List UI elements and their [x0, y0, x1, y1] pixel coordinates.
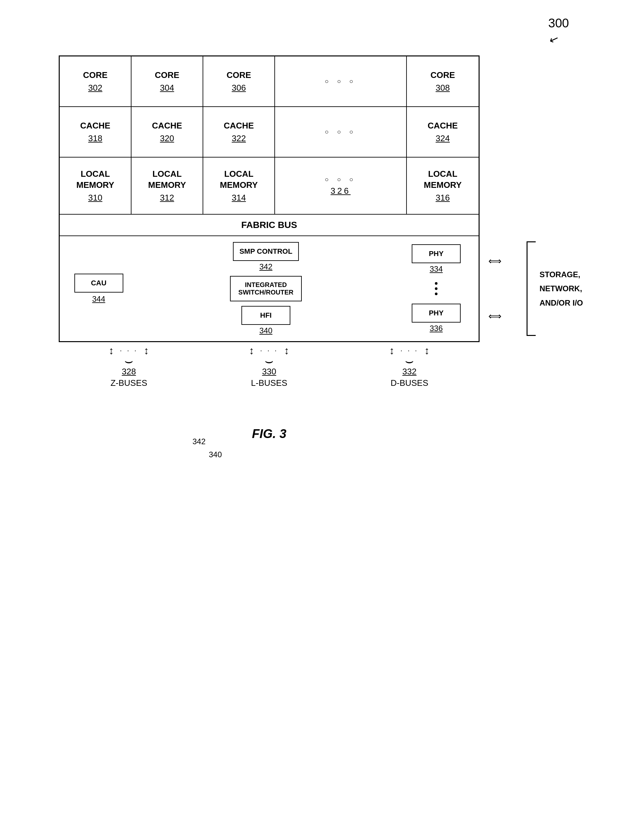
- figure-caption: FIG. 3: [59, 427, 480, 441]
- core-302-label: CORE: [83, 70, 107, 81]
- core-304-ref: 304: [160, 83, 174, 93]
- l-bus-ref: 330: [262, 366, 276, 377]
- core-302-ref: 302: [88, 83, 102, 93]
- core-304-label: CORE: [155, 70, 179, 81]
- cores-row: CORE 302 CORE 304 CORE 306 ○ ○ ○ CORE 30…: [60, 56, 479, 107]
- core-308-ref: 308: [436, 83, 450, 93]
- page: 300 ↙ CORE 302 CORE 304 CORE 306 ○: [0, 0, 644, 832]
- core-308-label: CORE: [430, 70, 455, 81]
- d-bus-arrow1: ↕: [389, 346, 394, 356]
- localmem-314-label: LOCALMEMORY: [220, 169, 258, 191]
- localmem-316-ref: 316: [436, 193, 450, 203]
- d-bus-ref: 332: [402, 366, 416, 377]
- cache-324-cell: CACHE 324: [407, 107, 479, 157]
- localmem-dots: ○ ○ ○: [325, 176, 356, 183]
- core-304-cell: CORE 304: [131, 56, 203, 106]
- storage-text: STORAGE,NETWORK,AND/OR I/O: [540, 267, 583, 310]
- cache-324-ref: 324: [436, 133, 450, 144]
- localmem-310-cell: LOCALMEMORY 310: [60, 158, 131, 214]
- storage-bracket-left: [527, 242, 536, 336]
- z-bus-brace: ⌣: [109, 356, 149, 365]
- z-bus-ref: 328: [122, 366, 136, 377]
- core-306-label: CORE: [226, 70, 251, 81]
- integrated-switch-box: INTEGRATEDSWITCH/ROUTER: [230, 276, 302, 301]
- localmem-326-ref: 326: [330, 186, 350, 196]
- smp-ref-outside: 342: [192, 437, 205, 446]
- cache-320-cell: CACHE 320: [131, 107, 203, 157]
- localmem-310-label: LOCALMEMORY: [76, 169, 114, 191]
- cache-320-ref: 320: [160, 133, 174, 144]
- mid-controls-col: SMP CONTROL 342 INTEGRATEDSWITCH/ROUTER …: [138, 236, 394, 341]
- localmem-316-label: LOCALMEMORY: [424, 169, 461, 191]
- d-bus-brace: ⌣: [390, 356, 429, 365]
- l-bus-group: ↕ · · · ↕ ⌣ 330 L-BUSES: [249, 346, 289, 388]
- z-bus-arrow2: ↕: [144, 346, 149, 356]
- caches-dots: ○ ○ ○: [325, 128, 356, 136]
- phy-bottom-box: PHY: [412, 304, 461, 323]
- localmem-314-ref: 314: [232, 193, 246, 203]
- fabric-bus-label: FABRIC BUS: [241, 220, 297, 230]
- cache-324-label: CACHE: [428, 120, 458, 131]
- phy-dots-vertical: [435, 282, 437, 295]
- phy-top-arrow: ⟺: [489, 256, 501, 266]
- bus-area: ↕ · · · ↕ ⌣ 328 Z-BUSES ↕ · · · ↕ ⌣ 330 …: [59, 342, 480, 417]
- integrated-switch-label: INTEGRATEDSWITCH/ROUTER: [239, 281, 294, 296]
- cache-322-cell: CACHE 322: [203, 107, 275, 157]
- localmem-ellipsis: ○ ○ ○ 326: [275, 158, 407, 214]
- l-bus-label: L-BUSES: [251, 378, 287, 388]
- cau-ref: 344: [92, 294, 105, 304]
- l-bus-brace: ⌣: [250, 356, 289, 365]
- storage-bracket-container: STORAGE,NETWORK,AND/OR I/O: [527, 236, 583, 341]
- phy-bottom-ref: 336: [430, 324, 443, 333]
- diagram-wrapper: CORE 302 CORE 304 CORE 306 ○ ○ ○ CORE 30…: [42, 56, 597, 441]
- caches-row: CACHE 318 CACHE 320 CACHE 322 ○ ○ ○ CACH…: [60, 107, 479, 158]
- localmem-312-label: LOCALMEMORY: [148, 169, 186, 191]
- hfi-ref: 340: [260, 326, 272, 335]
- cache-318-ref: 318: [88, 133, 102, 144]
- cache-322-label: CACHE: [224, 120, 254, 131]
- core-308-cell: CORE 308: [407, 56, 479, 106]
- control-row: CAU 344 SMP CONTROL 342 INTEGRATEDSWITCH…: [60, 236, 479, 341]
- main-chip-box: CORE 302 CORE 304 CORE 306 ○ ○ ○ CORE 30…: [59, 56, 480, 342]
- localmem-316-cell: LOCALMEMORY 316: [407, 158, 479, 214]
- phy-top-ref: 334: [430, 264, 443, 274]
- d-bus-group: ↕ · · · ↕ ⌣ 332 D-BUSES: [389, 346, 430, 388]
- core-302-cell: CORE 302: [60, 56, 131, 106]
- cores-dots: ○ ○ ○: [325, 78, 356, 85]
- core-306-ref: 306: [232, 83, 246, 93]
- figure-number-arrow: ↙: [548, 31, 561, 46]
- localmem-312-ref: 312: [160, 193, 174, 203]
- d-bus-arrow2: ↕: [425, 346, 430, 356]
- phy-top-box: PHY: [412, 244, 461, 263]
- z-bus-group: ↕ · · · ↕ ⌣ 328 Z-BUSES: [109, 346, 149, 388]
- z-bus-label: Z-BUSES: [111, 378, 147, 388]
- cache-318-cell: CACHE 318: [60, 107, 131, 157]
- localmem-row: LOCALMEMORY 310 LOCALMEMORY 312 LOCALMEM…: [60, 158, 479, 214]
- cache-318-label: CACHE: [80, 120, 110, 131]
- smp-control-ref: 342: [260, 262, 272, 271]
- hfi-box: HFI: [242, 306, 290, 325]
- phy-bottom-arrow: ⟺: [489, 311, 501, 322]
- localmem-312-cell: LOCALMEMORY 312: [131, 158, 203, 214]
- hfi-ref-outside: 340: [209, 450, 222, 459]
- cau-box: CAU: [74, 274, 123, 293]
- caches-ellipsis: ○ ○ ○: [275, 107, 407, 157]
- localmem-310-ref: 310: [88, 193, 102, 203]
- z-bus-arrow1: ↕: [109, 346, 114, 356]
- l-bus-arrow1: ↕: [249, 346, 254, 356]
- l-bus-arrow2: ↕: [284, 346, 289, 356]
- cores-ellipsis: ○ ○ ○: [275, 56, 407, 106]
- phy-col: PHY 334 PHY 336: [394, 236, 479, 341]
- cau-col: CAU 344: [60, 236, 138, 341]
- smp-control-box: SMP CONTROL: [233, 242, 299, 261]
- cache-320-label: CACHE: [152, 120, 182, 131]
- d-bus-label: D-BUSES: [391, 378, 428, 388]
- figure-number-label: 300: [548, 16, 569, 30]
- fabric-bus-bar: FABRIC BUS: [60, 214, 479, 236]
- cache-322-ref: 322: [232, 133, 246, 144]
- localmem-314-cell: LOCALMEMORY 314: [203, 158, 275, 214]
- core-306-cell: CORE 306: [203, 56, 275, 106]
